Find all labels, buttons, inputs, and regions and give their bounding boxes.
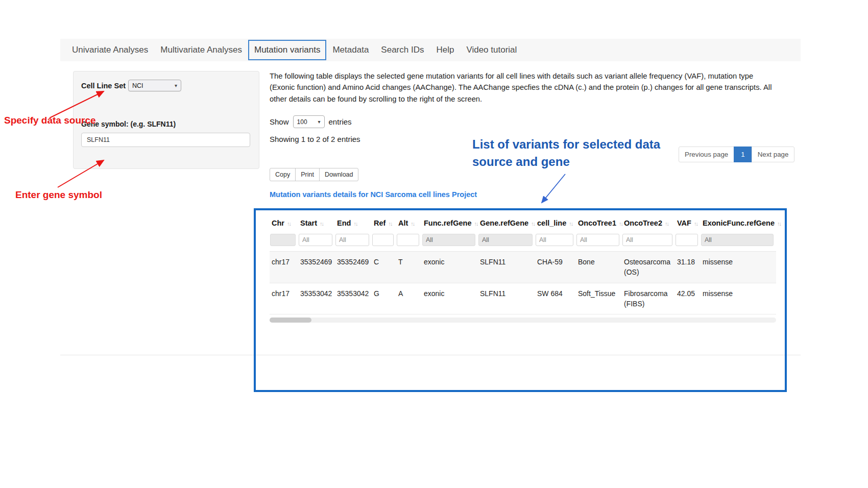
cell-oncotree2: Fibrosarcoma (FIBS) (622, 283, 675, 314)
table-row-2[interactable]: chr173535304235353042GAexonicSLFN11SW 68… (270, 283, 776, 314)
next-page-button[interactable]: Next page (752, 147, 795, 162)
print-button[interactable]: Print (295, 168, 320, 181)
cell-line-set-value: NCI (132, 82, 143, 89)
filter-cell-line[interactable] (536, 234, 573, 246)
cell-ref: G (372, 283, 396, 314)
column-header-ref[interactable]: Ref↑↓ (372, 214, 396, 232)
filter-oncotree1[interactable] (576, 234, 619, 246)
cell-line-set-select[interactable]: NCI ▾ (128, 80, 181, 91)
filter-start[interactable] (299, 234, 332, 246)
cell-chr: chr17 (270, 252, 298, 283)
column-header-start[interactable]: Start↑↓ (298, 214, 335, 232)
tab-metadata[interactable]: Metadata (326, 40, 375, 60)
copy-button[interactable]: Copy (270, 168, 296, 181)
sort-icon[interactable]: ↑↓ (388, 221, 392, 227)
previous-page-button[interactable]: Previous page (679, 147, 734, 162)
gene-symbol-input[interactable] (81, 133, 250, 147)
cell-gene-refgene: SLFN11 (478, 283, 535, 314)
annotation-variants-note: List of variants for selected data sourc… (472, 136, 677, 170)
filter-cell (701, 232, 776, 252)
table-row-1[interactable]: chr173535246935352469CTexonicSLFN11CHA-5… (270, 252, 776, 283)
sort-icon[interactable]: ↑↓ (531, 221, 535, 227)
show-label: Show (270, 117, 289, 126)
entries-count-value: 100 (297, 118, 307, 126)
annotation-enter-gene-symbol: Enter gene symbol (15, 189, 102, 201)
cell-start: 35353042 (298, 283, 335, 314)
column-label: cell_line (537, 219, 566, 227)
column-header-exonicfunc-refgene[interactable]: ExonicFunc.refGene↑↓ (701, 214, 776, 232)
filter-gene-refgene[interactable] (478, 234, 533, 246)
sort-icon[interactable]: ↑↓ (287, 221, 291, 227)
sort-icon[interactable]: ↑↓ (777, 221, 781, 227)
filter-cell (622, 232, 675, 252)
variants-table: Chr↑↓Start↑↓End↑↓Ref↑↓Alt↑↓Func.refGene↑… (270, 214, 776, 314)
sort-icon[interactable]: ↑↓ (694, 221, 697, 227)
navbar: Univariate AnalysesMultivariate Analyses… (60, 39, 801, 61)
filter-cell (298, 232, 335, 252)
entries-label: entries (329, 117, 352, 126)
filter-chr[interactable] (270, 234, 296, 246)
cell-end: 35353042 (335, 283, 372, 314)
column-header-gene-refgene[interactable]: Gene.refGene↑↓ (478, 214, 535, 232)
column-header-chr[interactable]: Chr↑↓ (270, 214, 298, 232)
scrollbar-thumb[interactable] (270, 318, 311, 323)
tab-mutation-variants[interactable]: Mutation variants (248, 40, 326, 60)
filter-end[interactable] (335, 234, 369, 246)
filter-func-refgene[interactable] (422, 234, 475, 246)
table-title-link[interactable]: Mutation variants details for NCI Sarcom… (270, 190, 477, 199)
cell-alt: T (396, 252, 422, 283)
page-1-button[interactable]: 1 (734, 147, 752, 162)
column-header-end[interactable]: End↑↓ (335, 214, 372, 232)
column-header-cell-line[interactable]: cell_line↑↓ (535, 214, 576, 232)
column-label: OncoTree1 (578, 219, 616, 227)
table-header-row: Chr↑↓Start↑↓End↑↓Ref↑↓Alt↑↓Func.refGene↑… (270, 214, 776, 232)
variants-table-wrap: Chr↑↓Start↑↓End↑↓Ref↑↓Alt↑↓Func.refGene↑… (270, 214, 776, 323)
column-label: Start (300, 219, 317, 227)
cell-func-refgene: exonic (422, 252, 478, 283)
column-header-oncotree2[interactable]: OncoTree2↑↓ (622, 214, 675, 232)
column-label: Gene.refGene (480, 219, 528, 227)
filter-oncotree2[interactable] (622, 234, 672, 246)
filter-cell (422, 232, 478, 252)
sort-icon[interactable]: ↑↓ (665, 221, 668, 227)
cell-oncotree1: Soft_Tissue (576, 283, 622, 314)
filter-alt[interactable] (397, 234, 419, 246)
sort-icon[interactable]: ↑↓ (619, 221, 622, 227)
arrow-variants-list (542, 174, 565, 203)
cell-line-set-row: Cell Line Set NCI ▾ (81, 80, 251, 91)
sort-icon[interactable]: ↑↓ (411, 221, 414, 227)
cell-start: 35352469 (298, 252, 335, 283)
column-label: VAF (677, 219, 691, 227)
sidebar-panel: Cell Line Set NCI ▾ Gene symbol: (e.g. S… (73, 71, 259, 169)
column-header-vaf[interactable]: VAF↑↓ (675, 214, 701, 232)
tab-help[interactable]: Help (430, 40, 460, 60)
gene-symbol-label: Gene symbol: (e.g. SLFN11) (81, 120, 251, 128)
download-button[interactable]: Download (319, 168, 359, 181)
tab-univariate-analyses[interactable]: Univariate Analyses (66, 40, 154, 60)
column-header-alt[interactable]: Alt↑↓ (396, 214, 422, 232)
horizontal-scrollbar[interactable] (270, 318, 776, 323)
tab-video-tutorial[interactable]: Video tutorial (460, 40, 523, 60)
tab-search-ids[interactable]: Search IDs (375, 40, 430, 60)
cell-vaf: 42.05 (675, 283, 701, 314)
sort-icon[interactable]: ↑↓ (353, 221, 357, 227)
column-header-oncotree1[interactable]: OncoTree1↑↓ (576, 214, 622, 232)
sort-icon[interactable]: ↑↓ (569, 221, 572, 227)
column-label: End (337, 219, 351, 227)
entries-count-select[interactable]: 100 ▾ (293, 115, 325, 128)
table-body: chr173535246935352469CTexonicSLFN11CHA-5… (270, 252, 776, 314)
annotation-specify-data-source: Specify data source (4, 115, 96, 126)
cell-gene-refgene: SLFN11 (478, 252, 535, 283)
filter-exonicfunc-refgene[interactable] (701, 234, 774, 246)
column-header-func-refgene[interactable]: Func.refGene↑↓ (422, 214, 478, 232)
table-description: The following table displays the selecte… (270, 70, 779, 105)
column-label: Ref (374, 219, 385, 227)
pagination: Previous page 1 Next page (679, 147, 794, 162)
filter-vaf[interactable] (676, 234, 698, 246)
sort-icon[interactable]: ↑↓ (474, 221, 477, 227)
filter-ref[interactable] (372, 234, 394, 246)
sort-icon[interactable]: ↑↓ (320, 221, 323, 227)
tab-multivariate-analyses[interactable]: Multivariate Analyses (154, 40, 248, 60)
filter-cell (535, 232, 576, 252)
showing-entries-text: Showing 1 to 2 of 2 entries (270, 135, 360, 143)
